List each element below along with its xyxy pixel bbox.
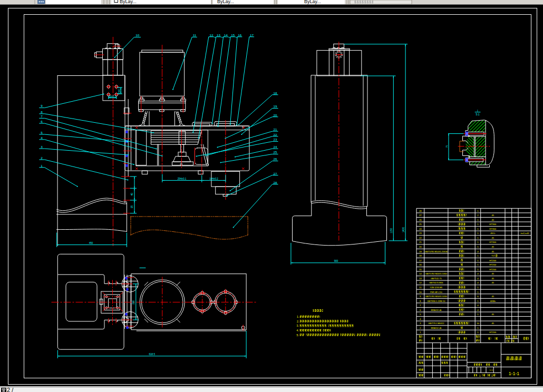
svg-text:144±0.2: 144±0.2 [209,178,218,180]
svg-text:HT300: HT300 [489,223,497,226]
svg-text:45: 45 [491,237,494,239]
svg-text:24: 24 [419,228,422,230]
svg-text:2.: 2. [297,320,299,323]
svg-text:2: 2 [41,156,43,160]
svg-text:21: 21 [419,241,422,243]
svg-text:1-1-1: 1-1-1 [509,371,520,376]
svg-text:618.5: 618.5 [149,353,155,356]
svg-text:1: 1 [479,375,481,377]
svg-text:45: 45 [491,246,494,248]
svg-text:14: 14 [224,33,228,37]
svg-text:GB/T6170 M16: GB/T6170 M16 [429,281,443,284]
svg-text:18: 18 [274,91,277,95]
svg-text:GB/T894.1-1986 50: GB/T894.1-1986 50 [427,300,445,302]
svg-text:3: 3 [41,145,43,149]
svg-text:GB/T79.1 M6X22: GB/T79.1 M6X22 [428,322,444,325]
svg-text:20: 20 [274,113,277,117]
svg-text:1.: 1. [297,315,299,318]
svg-text:GB/T5781 M10X1.5X30: GB/T5781 M10X1.5X30 [425,295,448,298]
svg-text:20±0.1: 20±0.1 [118,87,121,94]
svg-text:4: 4 [41,136,43,140]
svg-text:40: 40 [131,193,133,196]
svg-text:19: 19 [419,250,422,253]
svg-text:HT200: HT200 [489,263,497,266]
svg-text:19: 19 [274,104,277,108]
svg-text:21: 21 [274,128,277,131]
svg-text:HT300: HT300 [489,241,497,243]
svg-text:I: I [477,109,478,112]
svg-text:16: 16 [238,33,241,37]
svg-text:45: 45 [491,322,494,325]
svg-text:MSA 50 LA: MSA 50 LA [431,327,442,329]
svg-text:9: 9 [41,104,43,107]
svg-text:22: 22 [274,133,277,136]
svg-text:1: 1 [41,164,43,168]
svg-text:YZB 1233-M1: YZB 1233-M1 [430,286,442,289]
svg-text:ByLay...: ByLay... [304,0,321,4]
svg-text:2 /: 2 / [7,387,14,392]
svg-text:4.: 4. [297,329,299,332]
svg-text:7: 7 [41,114,43,118]
svg-text:HT300: HT300 [489,228,497,230]
svg-text:HT200: HT200 [489,268,497,271]
svg-text:12: 12 [419,281,422,284]
svg-text:28: 28 [419,210,422,212]
svg-text:45: 45 [491,219,494,221]
svg-text:24: 24 [274,145,277,149]
svg-text:3.: 3. [297,324,299,327]
svg-text:PHF-HF-C10: PHF-HF-C10 [430,291,443,293]
svg-text:10: 10 [419,291,422,293]
svg-text:14: 14 [419,272,422,275]
svg-text:26: 26 [419,219,422,221]
svg-text:28: 28 [274,181,277,184]
svg-text:45: 45 [491,313,494,316]
svg-text:450: 450 [89,242,93,244]
svg-text:75: 75 [445,145,448,148]
svg-text:254±0.1: 254±0.1 [178,178,187,180]
svg-text:23: 23 [274,138,277,141]
svg-text:15: 15 [419,268,422,271]
svg-text:1430: 1430 [402,227,405,233]
svg-text:17: 17 [419,259,422,262]
svg-text:25: 25 [274,150,277,154]
svg-text:V: V [459,304,460,307]
svg-text:20±0.1: 20±0.1 [109,95,116,98]
svg-text:45: 45 [491,277,494,280]
svg-text:6: 6 [41,120,43,123]
svg-text:12: 12 [209,33,213,37]
svg-text:10: 10 [135,33,139,37]
svg-text:m=2,z=40: m=2,z=40 [521,232,529,234]
svg-text:20: 20 [419,246,422,248]
svg-text:1:1: 1:1 [490,369,493,371]
svg-text:45: 45 [491,295,494,298]
svg-text:ByLay...: ByLay... [217,0,234,4]
svg-text:45: 45 [491,214,494,217]
svg-text:11: 11 [419,286,422,289]
svg-text:HT200: HT200 [489,331,497,334]
svg-text:27: 27 [419,214,422,217]
svg-text:8: 8 [41,110,43,114]
svg-text:GB/T511 75: GB/T511 75 [431,277,442,280]
svg-text:18: 18 [419,254,422,257]
svg-text:900: 900 [334,260,338,262]
svg-text:ByLay...: ByLay... [120,0,137,4]
svg-text:15: 15 [231,33,235,37]
svg-text:1150: 1150 [390,228,393,233]
svg-text:10: 10 [477,322,479,325]
svg-text:16: 16 [419,263,422,266]
svg-text:T2: T2 [491,254,494,257]
svg-text:5.: 5. [297,334,299,337]
svg-text:45: 45 [491,272,494,275]
svg-text:45: 45 [491,281,494,284]
svg-text:GB/T5781 M10X1.25X30: GB/T5781 M10X1.25X30 [425,250,448,253]
svg-text:27: 27 [274,172,277,175]
svg-text:23: 23 [419,232,422,234]
svg-text:25: 25 [419,223,422,226]
svg-text:13: 13 [419,277,422,280]
svg-text:17: 17 [250,33,254,37]
svg-text:HT200: HT200 [489,259,497,262]
svg-text:40Mn: 40Mn [490,300,496,302]
svg-text:45: 45 [491,250,494,253]
svg-text:95: 95 [131,205,133,209]
svg-text:1: 1 [491,375,493,377]
